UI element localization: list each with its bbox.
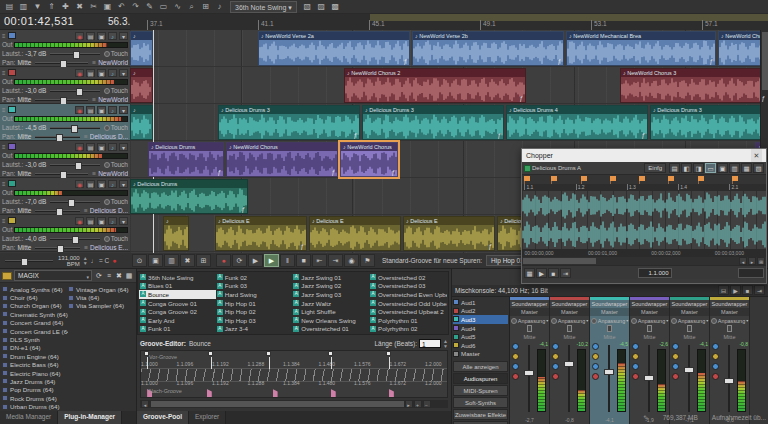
mixer-filter-button[interactable]: Audiospuren — [453, 373, 508, 384]
phones-icon[interactable] — [632, 343, 639, 350]
track-menu-icon[interactable]: ≡ — [2, 181, 6, 187]
groove-item[interactable]: ANew Orleans Swing — [292, 316, 369, 325]
strip-plugin-name[interactable]: Soundwrapper — [590, 300, 629, 308]
fx-dropdown-icon[interactable]: ▾ — [119, 106, 128, 114]
strip-plugin-name[interactable]: Soundwrapper — [550, 300, 589, 308]
chopper-length-field[interactable] — [738, 268, 764, 278]
chopper-scroll-thumb[interactable] — [523, 258, 596, 264]
plugin-item[interactable]: Electric Bass (64) — [2, 361, 68, 369]
audio-clip[interactable]: ♪ Delicious Drums ƒ — [148, 142, 224, 177]
fx-dropdown-icon[interactable]: ▾ — [119, 217, 128, 225]
toolbar-icon[interactable]: ✂ — [87, 1, 100, 13]
transport-button[interactable]: ⇥ — [328, 254, 343, 267]
mixer-titlebar[interactable]: Mischkonsole: 44,100 Hz; 16 Bit ⊟▶■⇥ — [452, 285, 768, 297]
chopper-transport-icon[interactable]: ⇥ — [560, 268, 571, 278]
strip-pan[interactable]: Mitte — [510, 325, 549, 339]
mixer-channel-row[interactable]: Aud1 — [453, 298, 508, 307]
browser-tab[interactable]: Media Manager — [0, 411, 58, 424]
fx-icon[interactable] — [632, 353, 639, 360]
pan-slider[interactable] — [35, 247, 80, 249]
strip-pan[interactable]: Mitte — [590, 325, 629, 339]
plugin-item[interactable]: Urban Drums (64) — [2, 402, 68, 410]
plugin-item[interactable]: Jazz Drums (64) — [2, 377, 68, 385]
chopper-titlebar[interactable]: Chopper ✕ — [522, 149, 766, 162]
mixer-channel-row[interactable]: Aud6 — [453, 341, 508, 350]
edit-tool-button[interactable]: ✖ — [180, 254, 195, 267]
mixer-strip[interactable]: Soundwrapper Master Anpassung▾ Mitte -2 — [630, 297, 670, 424]
timeline-ruler[interactable]: 37.141.145.149.153.157.1 — [130, 14, 768, 30]
swing-dropdown[interactable]: 36th Note Swing ▾ — [230, 1, 297, 13]
record-arm-icon[interactable]: ◉ — [75, 180, 84, 188]
audio-clip[interactable]: ♪ NewWorld Chorus 2 ƒ — [344, 68, 526, 103]
phones-icon[interactable] — [712, 343, 719, 350]
pan-value[interactable]: Mitte — [17, 133, 31, 140]
chopper-scroll-icon[interactable]: ▸ — [748, 257, 756, 265]
groove-item[interactable]: AJazz Swing 01 — [292, 273, 369, 282]
phones-icon[interactable] — [592, 343, 599, 350]
mixer-filter-button[interactable]: MIDI-Spuren — [453, 385, 508, 396]
chopper-scroll-icon[interactable]: ⊞ — [757, 257, 765, 265]
strip-plugin-name[interactable]: Soundwrapper — [710, 300, 749, 308]
touch-mode[interactable]: Touch — [104, 161, 128, 168]
groove-item[interactable]: AFunk 03 — [216, 282, 293, 291]
mute-icon[interactable]: ▤ — [86, 32, 95, 40]
plugin-item[interactable]: Rock Drums (64) — [2, 394, 68, 402]
touch-mode[interactable]: Touch — [104, 235, 128, 242]
pan-value[interactable]: Mitte — [17, 96, 31, 103]
audio-clip[interactable]: ♪ ƒ — [130, 31, 153, 66]
strip-pan[interactable]: Mitte — [550, 325, 589, 339]
browser-toolbar-icon[interactable]: ▦ — [124, 271, 134, 281]
mixer-strip[interactable]: Soundwrapper Master Anpassung▾ Mitte -1 — [550, 297, 590, 424]
mute-icon[interactable]: ▤ — [86, 217, 95, 225]
record-arm-icon[interactable]: ◉ — [75, 32, 84, 40]
groove-item[interactable]: AJazz Swing 03 — [292, 290, 369, 299]
zoom-in-icon[interactable]: + — [414, 400, 422, 408]
plugin-item[interactable]: Concert Grand (64) — [2, 319, 68, 327]
post-groove-marker[interactable] — [389, 389, 394, 397]
track-device-name[interactable]: NewWorld — [98, 170, 128, 177]
plugin-item[interactable]: Church Organ (64) — [2, 302, 68, 310]
pan-slider[interactable] — [35, 99, 88, 101]
mixer-strip[interactable]: Soundwrapper Master Anpassung▾ Mitte -0 — [710, 297, 750, 424]
groove-editor[interactable]: Vor-Groove 1.1.0001.1.0961.1.1921.1.2881… — [140, 350, 448, 398]
mixer-filter-button[interactable]: Zuweisbare Effekte — [453, 409, 508, 420]
groove-item[interactable]: AOverstretched Even Upbeats — [369, 290, 447, 299]
groove-tab[interactable]: Groove-Pool — [137, 411, 189, 424]
solo-icon[interactable]: ▣ — [97, 143, 106, 151]
chopper-marker-flag[interactable] — [668, 176, 674, 181]
strip-plugin-name[interactable]: Soundwrapper — [630, 300, 669, 308]
mixer-channel-row[interactable]: Aud2 — [453, 307, 508, 316]
strip-pan[interactable]: Mitte — [710, 325, 749, 339]
groove-item[interactable]: ALight Shuffle — [292, 307, 369, 316]
output-icon[interactable] — [512, 363, 519, 370]
toolbar-icon[interactable]: ✚ — [59, 1, 72, 13]
fader-thumb[interactable] — [604, 369, 614, 375]
volume-slider[interactable] — [50, 164, 99, 166]
record-arm-icon[interactable]: ◉ — [75, 217, 84, 225]
plugin-item[interactable]: Vita (64) — [68, 293, 134, 301]
mute-icon[interactable]: ▤ — [86, 69, 95, 77]
chopper-ruler[interactable]: 1.11.21.31.42.1 — [522, 184, 766, 191]
mixer-channel-row[interactable]: Aud3 — [453, 315, 508, 324]
fader-thumb[interactable] — [524, 370, 534, 376]
plugin-item[interactable]: Vita Sampler (64) — [68, 302, 134, 310]
groove-item[interactable]: AHip Hop 02 — [216, 307, 293, 316]
chopper-window[interactable]: Chopper ✕ Delicious Drums A Einfg ▤◧◨▭▣▥… — [521, 148, 767, 284]
chopper-transport-icon[interactable]: ■ — [548, 268, 559, 278]
mixer-channel-row[interactable]: Master — [453, 350, 508, 359]
groove-item[interactable]: AOverstretched 01 — [292, 324, 369, 333]
post-groove-marker[interactable] — [207, 389, 212, 397]
phones-icon[interactable] — [672, 343, 679, 350]
audio-clip[interactable]: ♪ Delicious Drums 3 ƒ — [218, 105, 360, 140]
clip-fx-icon[interactable]: ƒ — [391, 169, 395, 176]
groove-item[interactable]: AConga Groove 01 — [139, 299, 216, 308]
solo-icon[interactable]: ▣ — [97, 69, 106, 77]
fx-dropdown-icon[interactable]: ▾ — [119, 32, 128, 40]
phones-icon[interactable] — [512, 343, 519, 350]
toolbar-icon[interactable]: ✖ — [73, 1, 86, 13]
output-icon[interactable] — [712, 363, 719, 370]
toolbar-icon[interactable]: ♪ — [213, 1, 226, 13]
chopper-wave-area[interactable] — [522, 191, 766, 249]
tempo-slider[interactable] — [5, 260, 53, 262]
strip-knob-row[interactable]: Anpassung▾ — [550, 316, 589, 325]
